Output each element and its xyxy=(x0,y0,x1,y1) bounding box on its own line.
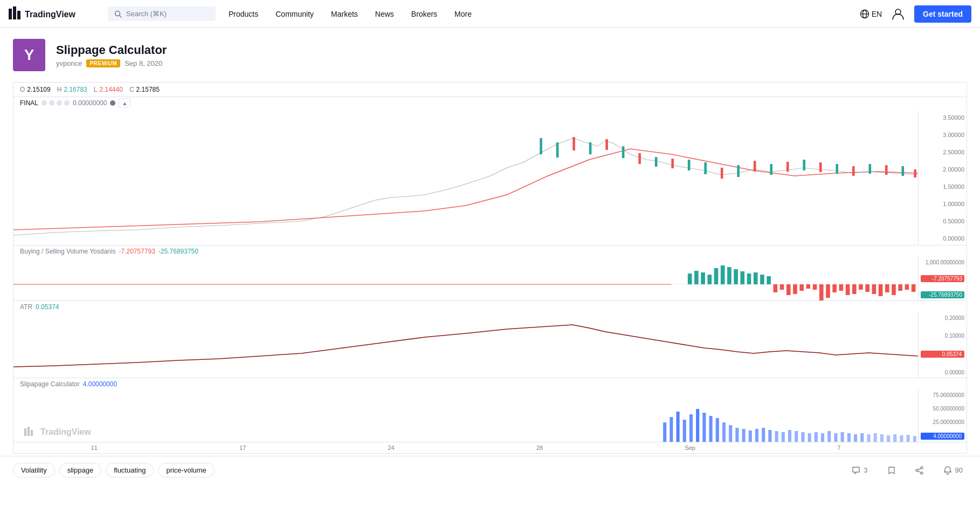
nav-more[interactable]: More xyxy=(446,0,480,28)
svg-rect-45 xyxy=(747,274,751,284)
svg-rect-22 xyxy=(737,165,740,177)
nav-community[interactable]: Community xyxy=(267,0,322,28)
svg-line-5 xyxy=(120,15,122,17)
volume-plot[interactable] xyxy=(13,257,918,300)
nav-products[interactable]: Products xyxy=(220,0,267,28)
svg-rect-106 xyxy=(874,433,877,442)
scale-0.5: 0.50000 xyxy=(921,218,964,224)
lang-label: EN xyxy=(872,10,882,18)
time-axis-spacer xyxy=(918,442,967,453)
main-chart[interactable]: 3.50000 3.00000 2.50000 2.00000 1.50000 … xyxy=(13,111,967,245)
dot3 xyxy=(57,100,62,106)
svg-rect-24 xyxy=(770,164,772,175)
nav-markets[interactable]: Markets xyxy=(322,0,367,28)
bookmark-button[interactable] xyxy=(883,464,900,477)
tag-price-volume[interactable]: price-volume xyxy=(158,463,214,477)
svg-rect-59 xyxy=(839,284,844,291)
dot4 xyxy=(64,100,70,106)
atr-chart[interactable]: 0.20000 0.10000 0.05374 0.00000 xyxy=(13,313,967,378)
svg-rect-58 xyxy=(832,284,837,292)
atr-value: 0.05374 xyxy=(36,303,59,311)
svg-rect-62 xyxy=(859,284,863,290)
nav-news[interactable]: News xyxy=(367,0,403,28)
slippage-chart[interactable]: TradingView xyxy=(13,390,967,442)
svg-rect-32 xyxy=(901,166,904,176)
svg-rect-105 xyxy=(867,434,870,442)
svg-rect-107 xyxy=(880,434,884,442)
watermark-logo-icon xyxy=(24,427,37,438)
svg-rect-108 xyxy=(887,435,890,442)
svg-rect-84 xyxy=(729,425,732,442)
action-buttons: 3 90 xyxy=(847,464,967,477)
svg-rect-44 xyxy=(741,271,745,284)
c-label: C xyxy=(129,86,134,93)
scale-1.5: 1.50000 xyxy=(921,183,964,190)
script-header: Y Slippage Calculator yvponce PREMIUM Se… xyxy=(0,28,980,82)
svg-rect-56 xyxy=(819,284,824,300)
atr-badge: 0.05374 xyxy=(921,351,964,358)
bookmark-icon xyxy=(887,466,896,475)
tag-volatility[interactable]: Volatility xyxy=(13,463,55,477)
svg-rect-64 xyxy=(872,284,877,294)
atr-scale-0: 0.00000 xyxy=(921,370,964,375)
main-chart-scale: 3.50000 3.00000 2.50000 2.00000 1.50000 … xyxy=(918,111,967,245)
notifications-button[interactable]: 90 xyxy=(939,464,967,477)
svg-rect-65 xyxy=(879,284,883,296)
svg-rect-49 xyxy=(774,284,778,292)
svg-rect-29 xyxy=(852,166,855,176)
svg-rect-72 xyxy=(27,427,30,436)
volume-chart[interactable]: 1,000.00000000 -7.20757793 -25.76893750 xyxy=(13,257,967,300)
svg-rect-69 xyxy=(905,284,909,290)
main-chart-plot[interactable] xyxy=(13,111,918,245)
tags-row: Volatility slippage fluctuating price-vo… xyxy=(13,463,215,477)
expand-button[interactable]: ▲ xyxy=(119,98,130,108)
svg-rect-110 xyxy=(900,435,903,442)
main-chart-svg xyxy=(13,111,918,245)
svg-rect-41 xyxy=(721,265,725,284)
tag-slippage[interactable]: slippage xyxy=(59,463,101,477)
script-title: Slippage Calculator xyxy=(56,43,167,57)
atr-scale-0.2: 0.20000 xyxy=(921,315,964,321)
vol-badge-red: -7.20757793 xyxy=(921,275,964,282)
scale-2.5: 2.50000 xyxy=(921,149,964,155)
svg-rect-31 xyxy=(885,165,888,175)
h-label: H xyxy=(57,86,62,93)
l-label: L xyxy=(94,86,98,93)
logo[interactable]: TradingView xyxy=(9,6,95,22)
svg-rect-85 xyxy=(735,428,739,442)
atr-plot[interactable] xyxy=(13,313,918,378)
nav-brokers[interactable]: Brokers xyxy=(403,0,446,28)
dot1 xyxy=(42,100,47,106)
comments-button[interactable]: 3 xyxy=(847,464,872,477)
svg-rect-82 xyxy=(716,418,719,442)
svg-rect-96 xyxy=(808,433,811,442)
time-28: 28 xyxy=(536,445,543,451)
language-selector[interactable]: EN xyxy=(860,9,882,19)
svg-rect-37 xyxy=(694,271,699,284)
volume-header: Buying / Selling Volume Yosdanis -7.2075… xyxy=(13,245,967,257)
time-11: 11 xyxy=(91,445,98,451)
svg-point-113 xyxy=(921,467,923,469)
search-box[interactable]: Search (⌘K) xyxy=(108,6,216,21)
svg-rect-2 xyxy=(17,11,20,19)
atr-svg xyxy=(13,313,918,378)
share-button[interactable] xyxy=(911,464,928,477)
slippage-plot[interactable] xyxy=(13,390,918,442)
slip-scale-75: 75.00000000 xyxy=(921,392,964,398)
user-icon[interactable] xyxy=(891,6,906,22)
volume-scale: 1,000.00000000 -7.20757793 -25.76893750 xyxy=(918,257,967,300)
tag-fluctuating[interactable]: fluctuating xyxy=(106,463,154,477)
svg-rect-78 xyxy=(689,414,693,442)
vol-scale-top: 1,000.00000000 xyxy=(921,259,964,265)
svg-rect-17 xyxy=(655,157,658,167)
svg-rect-83 xyxy=(722,422,726,442)
premium-badge: PREMIUM xyxy=(86,59,120,67)
svg-rect-15 xyxy=(622,146,625,158)
get-started-button[interactable]: Get started xyxy=(914,5,971,23)
time-7: 7 xyxy=(837,445,840,451)
script-author[interactable]: yvponce xyxy=(56,59,82,67)
svg-rect-93 xyxy=(788,430,791,442)
svg-rect-109 xyxy=(893,434,896,442)
svg-rect-57 xyxy=(826,284,830,298)
svg-rect-97 xyxy=(815,432,818,442)
